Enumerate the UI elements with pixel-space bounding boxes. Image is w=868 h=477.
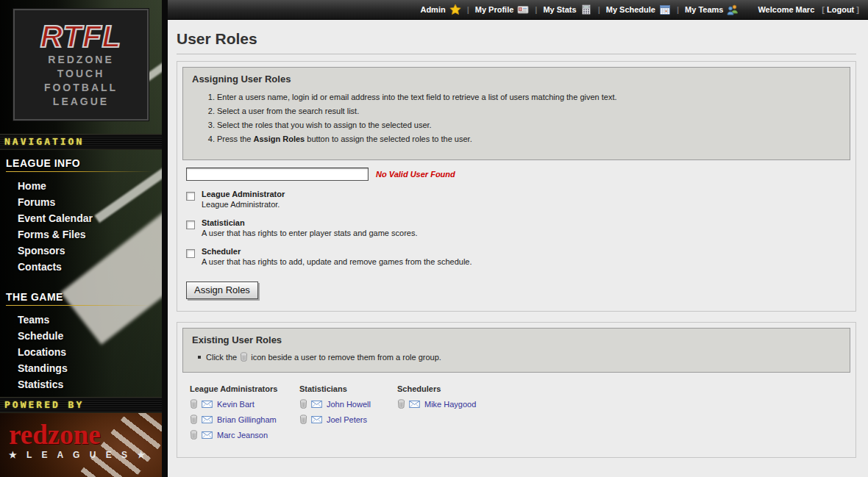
email-icon[interactable] — [311, 416, 322, 423]
redzone-leagues-logo[interactable]: redzone ★ L E A G U E S ★ — [0, 413, 162, 477]
sidebar-item-sponsors[interactable]: Sponsors — [6, 243, 162, 259]
remove-user-icon[interactable] — [299, 399, 307, 409]
remove-user-icon[interactable] — [397, 399, 405, 409]
assign-roles-button[interactable]: Assign Roles — [186, 281, 258, 299]
star-icon — [449, 4, 461, 15]
role-option-statistician: Statistician A user that has rights to e… — [186, 218, 850, 238]
section-title: LEAGUE INFO — [6, 157, 162, 169]
user-row: Brian Gillingham — [190, 415, 299, 424]
email-icon[interactable] — [202, 401, 213, 408]
rtfl-logo-line: TOUCH — [57, 67, 105, 81]
role-name: League Administrator — [202, 190, 285, 199]
content-area: User Roles Assigning User Roles Enter a … — [168, 20, 868, 477]
user-row: Joel Peters — [299, 415, 397, 424]
rtfl-logo[interactable]: RTFL REDZONE TOUCH FOOTBALL LEAGUE — [13, 9, 149, 121]
main-area: Admin | My Profile | My Stats | My Sched… — [168, 0, 868, 477]
user-link[interactable]: John Howell — [327, 400, 371, 409]
instruction-step: Enter a users name, login id or email ad… — [217, 92, 841, 102]
remove-user-icon[interactable] — [190, 430, 198, 440]
user-row: Marc Jeanson — [190, 430, 299, 440]
remove-user-icon[interactable] — [190, 415, 198, 424]
user-search-input[interactable] — [186, 168, 369, 181]
scheduler-checkbox[interactable] — [186, 249, 195, 258]
section-underline — [6, 305, 153, 306]
note-text: icon beside a user to remove them from a… — [251, 353, 441, 362]
sidebar-gutter — [162, 0, 168, 477]
user-row: Mike Haygood — [397, 399, 476, 409]
email-icon[interactable] — [311, 401, 322, 408]
remove-user-icon[interactable] — [190, 399, 198, 409]
sidebar-item-forums[interactable]: Forums — [6, 194, 162, 210]
email-icon[interactable] — [409, 401, 420, 408]
role-option-league-administrator: League Administrator League Administrato… — [186, 190, 850, 209]
user-link[interactable]: Mike Haygood — [424, 400, 476, 409]
vcard-icon — [517, 4, 529, 15]
sidebar-item-event-calendar[interactable]: Event Calendar — [6, 210, 162, 226]
user-link[interactable]: Marc Jeanson — [217, 431, 268, 440]
sidebar-item-locations[interactable]: Locations — [6, 344, 162, 360]
rtfl-logo-acronym: RTFL — [40, 21, 122, 53]
role-option-scheduler: Scheduler A user that has rights to add,… — [186, 247, 850, 267]
nav-item-admin[interactable]: Admin — [417, 4, 463, 15]
nav-item-label: My Teams — [685, 5, 723, 14]
bracket: ] — [856, 5, 859, 14]
page-title: User Roles — [177, 30, 856, 48]
sidebar-item-statistics[interactable]: Statistics — [6, 376, 162, 392]
nav-item-my-stats[interactable]: My Stats — [540, 4, 594, 15]
step-text: button to assign the selected roles to t… — [305, 135, 472, 143]
sidebar-item-teams[interactable]: Teams — [6, 312, 162, 328]
user-link[interactable]: Joel Peters — [327, 415, 367, 424]
league-administrator-checkbox[interactable] — [186, 192, 195, 201]
sidebar-item-contacts[interactable]: Contacts — [6, 259, 162, 275]
sidebar-section-the-game: THE GAME Teams Schedule Locations Standi… — [0, 284, 162, 392]
sidebar: RTFL REDZONE TOUCH FOOTBALL LEAGUE NAVIG… — [0, 0, 162, 477]
rtfl-logo-line: FOOTBALL — [44, 81, 118, 95]
nav-item-label: Admin — [420, 5, 445, 14]
rtfl-logo-line: LEAGUE — [53, 95, 109, 109]
role-description: A user that has rights to enter player s… — [202, 228, 418, 238]
nav-separator: | — [464, 5, 472, 14]
square-bullet — [198, 356, 201, 359]
group-title: League Administrators — [190, 384, 299, 393]
assign-roles-section: Assigning User Roles Enter a users name,… — [177, 61, 856, 312]
navigation-header: NAVIGATION — [0, 134, 162, 150]
existing-note: Click the icon beside a user to remove t… — [198, 352, 841, 362]
sidebar-item-forms-files[interactable]: Forms & Files — [6, 226, 162, 243]
remove-user-icon[interactable] — [299, 415, 307, 424]
user-link[interactable]: Kevin Bart — [217, 400, 255, 409]
group-title: Statisticians — [299, 384, 397, 393]
sidebar-item-home[interactable]: Home — [6, 178, 162, 194]
instruction-step: Press the Assign Roles button to assign … — [217, 134, 841, 144]
group-title: Schedulers — [397, 384, 476, 393]
instruction-step: Select the roles that you wish to assign… — [217, 120, 841, 130]
instruction-list: Enter a users name, login id or email ad… — [217, 92, 841, 144]
bracket: [ — [822, 5, 825, 14]
assigning-heading: Assigning User Roles — [192, 73, 841, 85]
sidebar-section-league-info: LEAGUE INFO Home Forums Event Calendar F… — [0, 150, 162, 275]
statistician-checkbox[interactable] — [186, 220, 195, 229]
nav-item-label: My Schedule — [606, 5, 655, 14]
section-title: THE GAME — [6, 291, 162, 303]
nav-item-my-profile[interactable]: My Profile — [472, 4, 533, 15]
sidebar-item-standings[interactable]: Standings — [6, 360, 162, 376]
role-description: A user that has rights to add, update an… — [202, 257, 472, 267]
step-bold-text: Assign Roles — [254, 135, 305, 143]
role-groups: League Administrators Kevin Bart Brian G… — [190, 384, 850, 440]
group-league-administrators: League Administrators Kevin Bart Brian G… — [190, 384, 299, 440]
no-valid-user-message: No Valid User Found — [376, 170, 455, 179]
existing-heading: Existing User Roles — [192, 334, 841, 345]
group-statisticians: Statisticians John Howell Joel Peters — [299, 384, 397, 440]
nav-item-my-schedule[interactable]: My Schedule — [603, 4, 674, 15]
logout-button[interactable]: [ Logout ] — [822, 5, 859, 14]
email-icon[interactable] — [202, 416, 213, 423]
calendar-icon — [659, 4, 671, 15]
email-icon[interactable] — [202, 431, 213, 439]
role-name: Scheduler — [202, 247, 472, 257]
nav-separator: | — [674, 5, 682, 14]
group-icon — [727, 4, 739, 15]
user-link[interactable]: Brian Gillingham — [217, 415, 277, 424]
sidebar-item-schedule[interactable]: Schedule — [6, 328, 162, 344]
nav-item-my-teams[interactable]: My Teams — [682, 4, 741, 15]
trash-icon — [240, 352, 248, 362]
welcome-text: Welcome Marc — [758, 5, 814, 14]
